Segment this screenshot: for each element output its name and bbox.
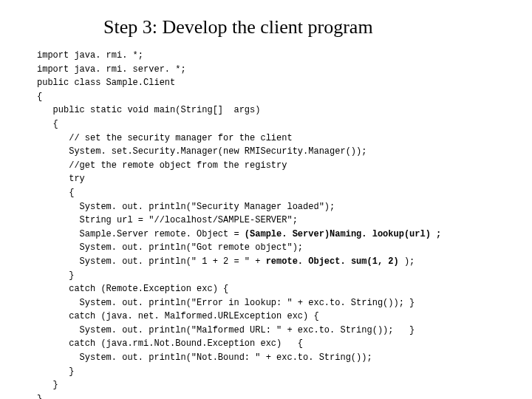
code-line: public class Sample.Client [37,78,175,88]
code-line: String url = "//localhost/SAMPLE-SERVER"… [37,215,298,225]
code-line: System. out. println(" 1 + 2 = " + [37,256,266,267]
code-line: catch (java. net. Malformed.URLException… [37,311,319,321]
code-line: System. out. println("Malformed URL: " +… [37,325,415,335]
code-line: System. out. println("Error in lookup: "… [37,298,415,308]
code-line: { [37,188,74,198]
code-line: public static void main(String[] args) [37,105,260,115]
code-line: { [37,119,58,129]
slide-title: Step 3: Develop the client program [103,16,502,38]
code-block: import java. rmi. *; import java. rmi. s… [37,49,502,399]
code-line: System. out. println("Security Manager l… [37,202,335,212]
code-line: System. out. println("Got remote object"… [37,242,303,253]
code-line: } [37,270,74,281]
code-bold: (Sample. Server)Naming. lookup(url) ; [245,229,441,239]
code-line: } [37,394,42,399]
code-line: import java. rmi. server. *; [37,64,186,75]
code-line: } [37,366,74,377]
code-line: // set the security manager for the clie… [37,133,293,143]
code-line: catch (Remote.Exception exc) { [37,284,228,294]
code-line: catch (java.rmi.Not.Bound.Exception exc)… [37,338,303,349]
code-line: System. out. println("Not.Bound: " + exc… [37,352,372,363]
code-line: import java. rmi. *; [37,50,143,61]
code-line: { [37,92,42,102]
code-line: Sample.Server remote. Object = [37,229,245,239]
code-line: ); [404,256,415,267]
code-bold: remote. Object. sum(1, 2) [266,256,404,267]
code-line: System. set.Security.Manager(new RMISecu… [37,146,366,157]
code-line: //get the remote object from the registr… [37,160,287,171]
code-line: } [37,380,58,390]
code-line: try [37,174,85,184]
slide: Step 3: Develop the client program impor… [0,0,532,399]
